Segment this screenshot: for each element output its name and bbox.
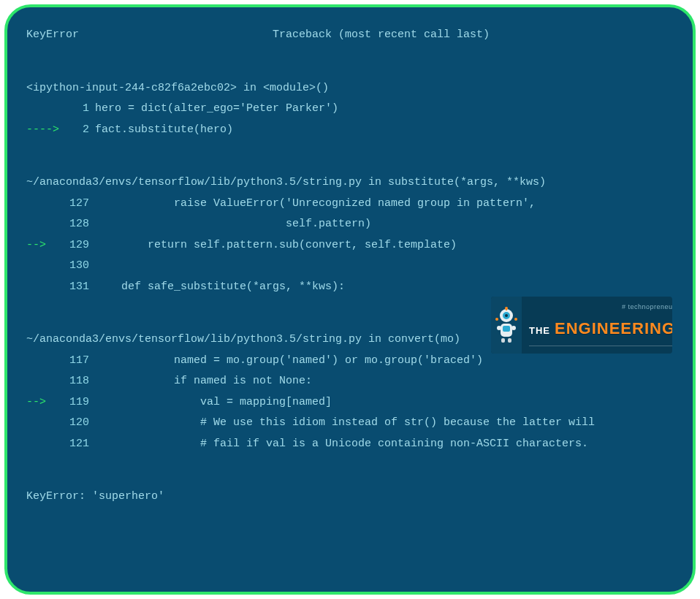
line-code: # fail if val is a Unicode containing no…	[95, 434, 674, 455]
frame-location: <ipython-input-244-c82f6a2ebc02> in <mod…	[26, 78, 674, 99]
code-line: 128 self.pattern)	[26, 214, 674, 235]
svg-rect-10	[508, 338, 511, 343]
error-message: KeyError: 'superhero'	[26, 487, 674, 508]
line-number: 127	[63, 194, 95, 215]
watermark-the: THE	[529, 322, 550, 340]
line-code: raise ValueError('Unrecognized named gro…	[95, 194, 674, 215]
line-code	[95, 256, 674, 277]
line-code: val = mapping[named]	[95, 392, 674, 413]
traceback-label: Traceback (most recent call last)	[79, 25, 674, 46]
traceback-frame: ~/anaconda3/envs/tensorflow/lib/python3.…	[26, 172, 674, 297]
line-arrow	[26, 256, 63, 277]
line-code: fact.substitute(hero)	[95, 120, 674, 141]
svg-point-11	[495, 318, 498, 321]
line-arrow	[26, 277, 63, 298]
line-number: 121	[63, 434, 95, 455]
svg-point-2	[505, 314, 508, 317]
code-line: 118 if named is not None:	[26, 371, 674, 392]
line-arrow	[26, 371, 63, 392]
line-arrow	[26, 351, 63, 372]
line-arrow: ---->	[26, 120, 63, 141]
svg-point-12	[514, 318, 517, 321]
line-code: # We use this idiom instead of str() bec…	[95, 413, 674, 434]
watermark-logo: # technopreneur THE ENGINEERING PROJECTS	[491, 297, 672, 354]
line-arrow	[26, 99, 63, 120]
line-number: 2	[63, 120, 95, 141]
code-line: 121 # fail if val is a Unicode containin…	[26, 434, 674, 455]
line-code: hero = dict(alter_ego='Peter Parker')	[95, 99, 674, 120]
line-number: 117	[63, 351, 95, 372]
svg-point-8	[511, 326, 516, 330]
code-line: 130	[26, 256, 674, 277]
line-number: 128	[63, 214, 95, 235]
error-name: KeyError	[26, 25, 79, 46]
code-line: 127 raise ValueError('Unrecognized named…	[26, 194, 674, 215]
line-number: 118	[63, 371, 95, 392]
traceback-header: KeyError Traceback (most recent call las…	[26, 25, 674, 46]
line-arrow	[26, 434, 63, 455]
svg-point-7	[497, 326, 501, 330]
line-arrow	[26, 214, 63, 235]
line-number: 1	[63, 99, 95, 120]
traceback-frame: <ipython-input-244-c82f6a2ebc02> in <mod…	[26, 78, 674, 141]
code-line: 1 hero = dict(alter_ego='Peter Parker')	[26, 99, 674, 120]
code-line: --> 119 val = mapping[named]	[26, 392, 674, 413]
code-line: 131 def safe_substitute(*args, **kws):	[26, 277, 674, 298]
line-arrow	[26, 194, 63, 215]
line-number: 131	[63, 277, 95, 298]
svg-rect-4	[506, 309, 507, 310]
svg-rect-9	[501, 338, 505, 343]
svg-rect-6	[503, 326, 510, 332]
line-number: 129	[63, 235, 95, 256]
frame-location: ~/anaconda3/envs/tensorflow/lib/python3.…	[26, 172, 674, 194]
line-arrow: -->	[26, 392, 63, 413]
line-code: if named is not None:	[95, 371, 674, 392]
watermark-engineering: ENGINEERING	[555, 313, 672, 344]
line-code: return self.pattern.sub(convert, self.te…	[95, 235, 674, 256]
traceback-panel: KeyError Traceback (most recent call las…	[4, 4, 696, 595]
code-line: ----> 2 fact.substitute(hero)	[26, 120, 674, 141]
robot-icon	[491, 297, 522, 354]
code-line: --> 129 return self.pattern.sub(convert,…	[26, 235, 674, 256]
line-code: def safe_substitute(*args, **kws):	[95, 277, 674, 298]
line-arrow	[26, 413, 63, 434]
line-arrow: -->	[26, 235, 63, 256]
line-code: self.pattern)	[95, 214, 674, 235]
watermark-tagline: # technopreneur	[529, 301, 672, 313]
line-number: 119	[63, 392, 95, 413]
code-line: 120 # We use this idiom instead of str()…	[26, 413, 674, 434]
watermark-projects: PROJECTS	[529, 346, 672, 354]
line-number: 120	[63, 413, 95, 434]
line-number: 130	[63, 256, 95, 277]
